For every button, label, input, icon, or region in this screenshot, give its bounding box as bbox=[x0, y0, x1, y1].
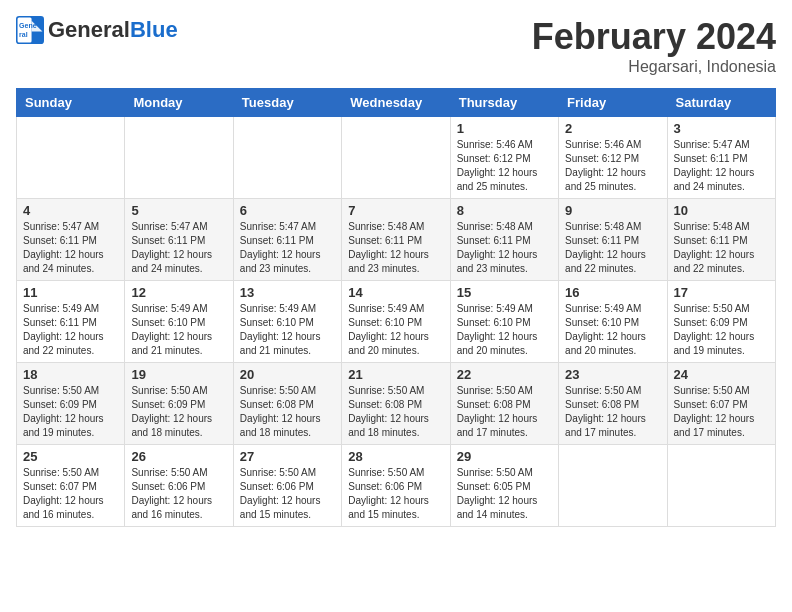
day-info: Sunrise: 5:50 AMSunset: 6:09 PMDaylight:… bbox=[23, 384, 118, 440]
table-row: 11Sunrise: 5:49 AMSunset: 6:11 PMDayligh… bbox=[17, 281, 125, 363]
day-info: Sunrise: 5:50 AMSunset: 6:07 PMDaylight:… bbox=[674, 384, 769, 440]
day-number: 7 bbox=[348, 203, 443, 218]
day-info: Sunrise: 5:48 AMSunset: 6:11 PMDaylight:… bbox=[348, 220, 443, 276]
month-year: February 2024 bbox=[532, 16, 776, 58]
logo-blue: Blue bbox=[130, 17, 178, 42]
table-row bbox=[125, 117, 233, 199]
table-row: 3Sunrise: 5:47 AMSunset: 6:11 PMDaylight… bbox=[667, 117, 775, 199]
table-row: 17Sunrise: 5:50 AMSunset: 6:09 PMDayligh… bbox=[667, 281, 775, 363]
day-number: 11 bbox=[23, 285, 118, 300]
table-row: 19Sunrise: 5:50 AMSunset: 6:09 PMDayligh… bbox=[125, 363, 233, 445]
header-saturday: Saturday bbox=[667, 89, 775, 117]
header-wednesday: Wednesday bbox=[342, 89, 450, 117]
table-row: 4Sunrise: 5:47 AMSunset: 6:11 PMDaylight… bbox=[17, 199, 125, 281]
table-row: 20Sunrise: 5:50 AMSunset: 6:08 PMDayligh… bbox=[233, 363, 341, 445]
header-tuesday: Tuesday bbox=[233, 89, 341, 117]
day-number: 15 bbox=[457, 285, 552, 300]
day-number: 2 bbox=[565, 121, 660, 136]
table-row: 24Sunrise: 5:50 AMSunset: 6:07 PMDayligh… bbox=[667, 363, 775, 445]
table-row bbox=[667, 445, 775, 527]
day-info: Sunrise: 5:46 AMSunset: 6:12 PMDaylight:… bbox=[565, 138, 660, 194]
day-info: Sunrise: 5:50 AMSunset: 6:08 PMDaylight:… bbox=[348, 384, 443, 440]
logo-icon: Gene ral bbox=[16, 16, 44, 44]
table-row bbox=[342, 117, 450, 199]
table-row bbox=[17, 117, 125, 199]
day-number: 29 bbox=[457, 449, 552, 464]
day-number: 9 bbox=[565, 203, 660, 218]
day-info: Sunrise: 5:48 AMSunset: 6:11 PMDaylight:… bbox=[565, 220, 660, 276]
day-info: Sunrise: 5:50 AMSunset: 6:09 PMDaylight:… bbox=[131, 384, 226, 440]
table-row: 14Sunrise: 5:49 AMSunset: 6:10 PMDayligh… bbox=[342, 281, 450, 363]
table-row bbox=[559, 445, 667, 527]
day-info: Sunrise: 5:47 AMSunset: 6:11 PMDaylight:… bbox=[674, 138, 769, 194]
day-number: 1 bbox=[457, 121, 552, 136]
table-row: 2Sunrise: 5:46 AMSunset: 6:12 PMDaylight… bbox=[559, 117, 667, 199]
calendar-table: Sunday Monday Tuesday Wednesday Thursday… bbox=[16, 88, 776, 527]
day-info: Sunrise: 5:50 AMSunset: 6:06 PMDaylight:… bbox=[348, 466, 443, 522]
day-number: 8 bbox=[457, 203, 552, 218]
day-info: Sunrise: 5:50 AMSunset: 6:06 PMDaylight:… bbox=[131, 466, 226, 522]
day-number: 13 bbox=[240, 285, 335, 300]
table-row: 5Sunrise: 5:47 AMSunset: 6:11 PMDaylight… bbox=[125, 199, 233, 281]
table-row: 10Sunrise: 5:48 AMSunset: 6:11 PMDayligh… bbox=[667, 199, 775, 281]
header-sunday: Sunday bbox=[17, 89, 125, 117]
header-friday: Friday bbox=[559, 89, 667, 117]
day-info: Sunrise: 5:49 AMSunset: 6:10 PMDaylight:… bbox=[348, 302, 443, 358]
day-number: 20 bbox=[240, 367, 335, 382]
day-info: Sunrise: 5:50 AMSunset: 6:05 PMDaylight:… bbox=[457, 466, 552, 522]
day-info: Sunrise: 5:48 AMSunset: 6:11 PMDaylight:… bbox=[457, 220, 552, 276]
day-info: Sunrise: 5:50 AMSunset: 6:08 PMDaylight:… bbox=[565, 384, 660, 440]
location: Hegarsari, Indonesia bbox=[532, 58, 776, 76]
svg-text:Gene: Gene bbox=[19, 22, 37, 29]
day-number: 21 bbox=[348, 367, 443, 382]
day-number: 17 bbox=[674, 285, 769, 300]
table-row: 6Sunrise: 5:47 AMSunset: 6:11 PMDaylight… bbox=[233, 199, 341, 281]
table-row: 1Sunrise: 5:46 AMSunset: 6:12 PMDaylight… bbox=[450, 117, 558, 199]
day-info: Sunrise: 5:49 AMSunset: 6:10 PMDaylight:… bbox=[240, 302, 335, 358]
svg-rect-2 bbox=[18, 18, 32, 43]
page-header: Gene ral GeneralBlue February 2024 Hegar… bbox=[16, 16, 776, 76]
day-info: Sunrise: 5:49 AMSunset: 6:10 PMDaylight:… bbox=[565, 302, 660, 358]
day-number: 4 bbox=[23, 203, 118, 218]
day-number: 25 bbox=[23, 449, 118, 464]
day-info: Sunrise: 5:49 AMSunset: 6:11 PMDaylight:… bbox=[23, 302, 118, 358]
table-row: 15Sunrise: 5:49 AMSunset: 6:10 PMDayligh… bbox=[450, 281, 558, 363]
day-number: 6 bbox=[240, 203, 335, 218]
day-number: 5 bbox=[131, 203, 226, 218]
day-info: Sunrise: 5:47 AMSunset: 6:11 PMDaylight:… bbox=[240, 220, 335, 276]
header-monday: Monday bbox=[125, 89, 233, 117]
table-row: 29Sunrise: 5:50 AMSunset: 6:05 PMDayligh… bbox=[450, 445, 558, 527]
day-number: 28 bbox=[348, 449, 443, 464]
table-row: 18Sunrise: 5:50 AMSunset: 6:09 PMDayligh… bbox=[17, 363, 125, 445]
table-row: 28Sunrise: 5:50 AMSunset: 6:06 PMDayligh… bbox=[342, 445, 450, 527]
table-row: 25Sunrise: 5:50 AMSunset: 6:07 PMDayligh… bbox=[17, 445, 125, 527]
day-info: Sunrise: 5:50 AMSunset: 6:08 PMDaylight:… bbox=[457, 384, 552, 440]
day-info: Sunrise: 5:47 AMSunset: 6:11 PMDaylight:… bbox=[23, 220, 118, 276]
day-number: 3 bbox=[674, 121, 769, 136]
table-row: 27Sunrise: 5:50 AMSunset: 6:06 PMDayligh… bbox=[233, 445, 341, 527]
table-row: 21Sunrise: 5:50 AMSunset: 6:08 PMDayligh… bbox=[342, 363, 450, 445]
table-row: 9Sunrise: 5:48 AMSunset: 6:11 PMDaylight… bbox=[559, 199, 667, 281]
table-row: 16Sunrise: 5:49 AMSunset: 6:10 PMDayligh… bbox=[559, 281, 667, 363]
day-info: Sunrise: 5:50 AMSunset: 6:08 PMDaylight:… bbox=[240, 384, 335, 440]
day-number: 18 bbox=[23, 367, 118, 382]
table-row: 7Sunrise: 5:48 AMSunset: 6:11 PMDaylight… bbox=[342, 199, 450, 281]
day-number: 19 bbox=[131, 367, 226, 382]
calendar-week-row: 11Sunrise: 5:49 AMSunset: 6:11 PMDayligh… bbox=[17, 281, 776, 363]
table-row bbox=[233, 117, 341, 199]
calendar-header-row: Sunday Monday Tuesday Wednesday Thursday… bbox=[17, 89, 776, 117]
day-info: Sunrise: 5:50 AMSunset: 6:07 PMDaylight:… bbox=[23, 466, 118, 522]
day-number: 22 bbox=[457, 367, 552, 382]
table-row: 23Sunrise: 5:50 AMSunset: 6:08 PMDayligh… bbox=[559, 363, 667, 445]
day-number: 14 bbox=[348, 285, 443, 300]
table-row: 26Sunrise: 5:50 AMSunset: 6:06 PMDayligh… bbox=[125, 445, 233, 527]
logo-general: General bbox=[48, 17, 130, 42]
day-info: Sunrise: 5:47 AMSunset: 6:11 PMDaylight:… bbox=[131, 220, 226, 276]
day-number: 27 bbox=[240, 449, 335, 464]
calendar-week-row: 25Sunrise: 5:50 AMSunset: 6:07 PMDayligh… bbox=[17, 445, 776, 527]
svg-text:ral: ral bbox=[19, 31, 28, 38]
day-info: Sunrise: 5:50 AMSunset: 6:06 PMDaylight:… bbox=[240, 466, 335, 522]
table-row: 12Sunrise: 5:49 AMSunset: 6:10 PMDayligh… bbox=[125, 281, 233, 363]
calendar-week-row: 18Sunrise: 5:50 AMSunset: 6:09 PMDayligh… bbox=[17, 363, 776, 445]
table-row: 22Sunrise: 5:50 AMSunset: 6:08 PMDayligh… bbox=[450, 363, 558, 445]
